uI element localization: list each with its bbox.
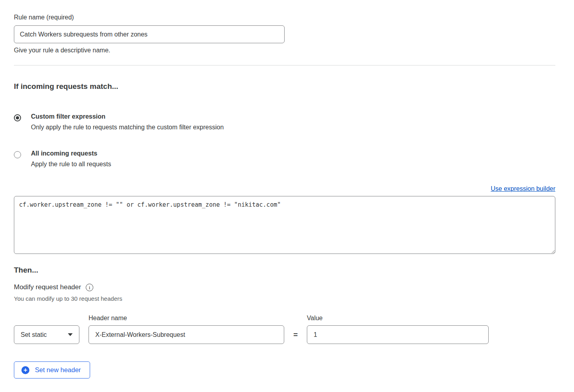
operation-select[interactable]: Set static bbox=[14, 325, 79, 344]
radio-custom-filter-label[interactable]: Custom filter expression bbox=[31, 113, 224, 120]
header-name-label: Header name bbox=[89, 315, 284, 322]
builder-link-row: Use expression builder bbox=[14, 185, 555, 192]
header-name-input[interactable] bbox=[89, 325, 284, 344]
header-rule-row: Set static = bbox=[14, 325, 555, 344]
operation-column-spacer bbox=[14, 315, 89, 322]
rule-name-help: Give your rule a descriptive name. bbox=[14, 47, 555, 54]
set-new-header-button[interactable]: + Set new header bbox=[14, 361, 90, 379]
operation-selected-value: Set static bbox=[21, 331, 47, 338]
radio-custom-filter-description: Only apply the rule to requests matching… bbox=[31, 124, 224, 131]
equals-sign: = bbox=[284, 331, 307, 339]
transform-rule-form: Rule name (required) Give your rule a de… bbox=[0, 0, 574, 379]
radio-all-requests-label[interactable]: All incoming requests bbox=[31, 150, 111, 157]
chevron-down-icon bbox=[68, 333, 73, 336]
value-label: Value bbox=[307, 315, 323, 322]
plus-icon: + bbox=[21, 366, 29, 374]
modify-header-help: You can modify up to 30 request headers bbox=[14, 295, 555, 302]
info-icon[interactable]: i bbox=[86, 284, 93, 291]
radio-all-requests-unselected[interactable] bbox=[14, 151, 21, 158]
radio-all-requests-description: Apply the rule to all requests bbox=[31, 161, 111, 168]
rule-name-label: Rule name (required) bbox=[14, 14, 555, 21]
then-section-heading: Then... bbox=[14, 266, 555, 275]
header-value-input[interactable] bbox=[307, 325, 489, 344]
section-divider bbox=[14, 65, 555, 65]
equals-column-spacer bbox=[284, 315, 307, 322]
radio-custom-filter-selected[interactable] bbox=[14, 114, 21, 121]
rule-name-input[interactable] bbox=[14, 25, 285, 43]
modify-request-header-label: Modify request header bbox=[14, 283, 81, 291]
radio-option-all-requests[interactable]: All incoming requests Apply the rule to … bbox=[14, 150, 555, 168]
filter-expression-textarea[interactable]: cf.worker.upstream_zone != "" or cf.work… bbox=[14, 196, 555, 254]
radio-option-custom-filter[interactable]: Custom filter expression Only apply the … bbox=[14, 113, 555, 131]
set-new-header-button-label: Set new header bbox=[35, 366, 81, 374]
use-expression-builder-link[interactable]: Use expression builder bbox=[491, 185, 555, 192]
match-section-heading: If incoming requests match... bbox=[14, 82, 555, 91]
